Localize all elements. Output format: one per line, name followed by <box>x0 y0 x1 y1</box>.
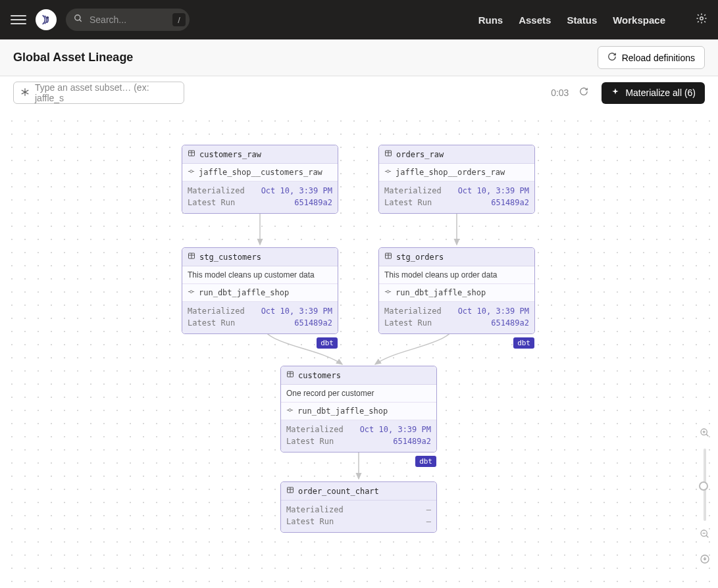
materialized-label: Materialized <box>384 185 442 197</box>
zoom-in-icon[interactable] <box>700 428 710 441</box>
latest-run-label: Latest Run <box>188 197 235 208</box>
dbt-tag: dbt <box>317 337 338 349</box>
reload-definitions-button[interactable]: Reload definitions <box>598 46 705 69</box>
materialized-label: Materialized <box>286 424 344 435</box>
node-name: customers_raw <box>199 150 261 159</box>
nav-workspace[interactable]: Workspace <box>613 14 665 26</box>
dbt-tag: dbt <box>513 337 534 349</box>
zoom-slider[interactable] <box>704 449 706 521</box>
dbt-tag: dbt <box>415 456 436 467</box>
job-name: jaffle_shop__orders_raw <box>396 168 505 177</box>
reload-icon <box>607 52 617 63</box>
nav-runs[interactable]: Runs <box>478 14 503 26</box>
refresh-icon[interactable] <box>579 87 588 99</box>
asset-node-customers[interactable]: customers One record per customer run_db… <box>280 366 437 453</box>
node-desc: This model cleans up order data <box>379 266 534 284</box>
search-input[interactable]: Search... / <box>66 9 190 31</box>
download-icon[interactable] <box>700 554 710 567</box>
table-icon <box>384 252 392 262</box>
topbar: Search... / Runs Assets Status Workspace <box>0 0 718 39</box>
latest-run-label: Latest Run <box>286 516 334 527</box>
asset-node-customers-raw[interactable]: customers_raw jaffle_shop__customers_raw… <box>182 145 338 214</box>
svg-point-36 <box>289 409 292 412</box>
table-icon <box>286 486 294 496</box>
materialized-label: Materialized <box>188 185 245 197</box>
subset-placeholder: Type an asset subset… (ex: jaffle_s <box>35 82 177 103</box>
materialize-all-button[interactable]: Materialize all (6) <box>602 82 705 104</box>
svg-point-1 <box>47 16 49 19</box>
materialized-value: Oct 10, 3:39 PM <box>261 305 332 317</box>
sparkle-icon <box>611 87 620 99</box>
svg-point-12 <box>190 170 193 173</box>
node-name: stg_customers <box>199 253 261 262</box>
commit-icon <box>384 168 392 177</box>
commit-icon <box>286 406 294 416</box>
node-name: orders_raw <box>396 150 444 159</box>
svg-point-4 <box>700 17 704 20</box>
asset-node-stg-orders[interactable]: stg_orders This model cleans up order da… <box>378 247 535 334</box>
asset-node-order-count-chart[interactable]: order_count_chart Materialized– Latest R… <box>280 481 437 533</box>
node-name: stg_orders <box>396 253 444 262</box>
latest-run-value: – <box>426 516 431 527</box>
latest-run-value: 651489a2 <box>294 317 332 329</box>
table-icon <box>286 370 294 380</box>
table-icon <box>188 252 195 262</box>
subset-icon <box>20 87 30 99</box>
svg-line-47 <box>706 535 708 537</box>
svg-point-2 <box>75 15 80 20</box>
commit-icon <box>188 168 195 177</box>
menu-button[interactable] <box>11 12 26 28</box>
nav: Runs Assets Status Workspace <box>478 12 707 27</box>
svg-point-30 <box>387 291 390 293</box>
reload-label: Reload definitions <box>622 53 695 63</box>
job-name: run_dbt_jaffle_shop <box>199 288 289 297</box>
svg-point-18 <box>387 170 390 173</box>
materialized-value: Oct 10, 3:39 PM <box>360 424 431 435</box>
node-name: order_count_chart <box>298 487 379 496</box>
materialized-label: Materialized <box>384 305 442 317</box>
zoom-out-icon[interactable] <box>700 529 710 542</box>
asset-node-stg-customers[interactable]: stg_customers This model cleans up custo… <box>182 247 338 334</box>
zoom-thumb[interactable] <box>699 481 708 491</box>
materialized-value: Oct 10, 3:39 PM <box>458 185 529 197</box>
job-name: run_dbt_jaffle_shop <box>396 288 486 297</box>
nav-assets[interactable]: Assets <box>519 14 551 26</box>
asset-subset-input[interactable]: Type an asset subset… (ex: jaffle_s <box>13 82 184 104</box>
subbar: Global Asset Lineage Reload definitions <box>0 39 718 76</box>
toolbar: Type an asset subset… (ex: jaffle_s 0:03… <box>0 76 718 109</box>
job-name: jaffle_shop__customers_raw <box>199 168 322 177</box>
node-desc: One record per customer <box>281 385 436 403</box>
latest-run-label: Latest Run <box>384 317 432 329</box>
commit-icon <box>384 288 392 297</box>
logo[interactable] <box>36 9 57 30</box>
gear-icon[interactable] <box>696 12 707 27</box>
table-icon <box>384 149 392 159</box>
table-icon <box>188 149 195 159</box>
materialize-label: Materialize all (6) <box>625 87 696 98</box>
search-placeholder: Search... <box>90 14 172 25</box>
materialized-label: Materialized <box>286 504 344 516</box>
lineage-canvas[interactable]: customers_raw jaffle_shop__customers_raw… <box>0 109 718 588</box>
materialized-value: – <box>426 504 431 516</box>
latest-run-value: 651489a2 <box>491 317 529 329</box>
search-icon <box>74 14 83 26</box>
latest-run-label: Latest Run <box>384 197 432 208</box>
timer: 0:03 <box>551 87 569 98</box>
page-title: Global Asset Lineage <box>13 51 133 64</box>
nav-status[interactable]: Status <box>567 14 597 26</box>
node-name: customers <box>298 371 341 380</box>
latest-run-label: Latest Run <box>286 435 334 447</box>
svg-point-24 <box>190 291 193 293</box>
latest-run-label: Latest Run <box>188 317 235 329</box>
materialized-label: Materialized <box>188 305 245 317</box>
latest-run-value: 651489a2 <box>491 197 529 208</box>
commit-icon <box>188 288 195 297</box>
materialized-value: Oct 10, 3:39 PM <box>261 185 332 197</box>
job-name: run_dbt_jaffle_shop <box>297 406 388 416</box>
zoom-controls <box>698 425 711 570</box>
svg-line-3 <box>80 20 82 22</box>
svg-point-0 <box>38 12 54 28</box>
asset-node-orders-raw[interactable]: orders_raw jaffle_shop__orders_raw Mater… <box>378 145 535 214</box>
search-shortcut-key: / <box>172 13 186 26</box>
latest-run-value: 651489a2 <box>294 197 332 208</box>
